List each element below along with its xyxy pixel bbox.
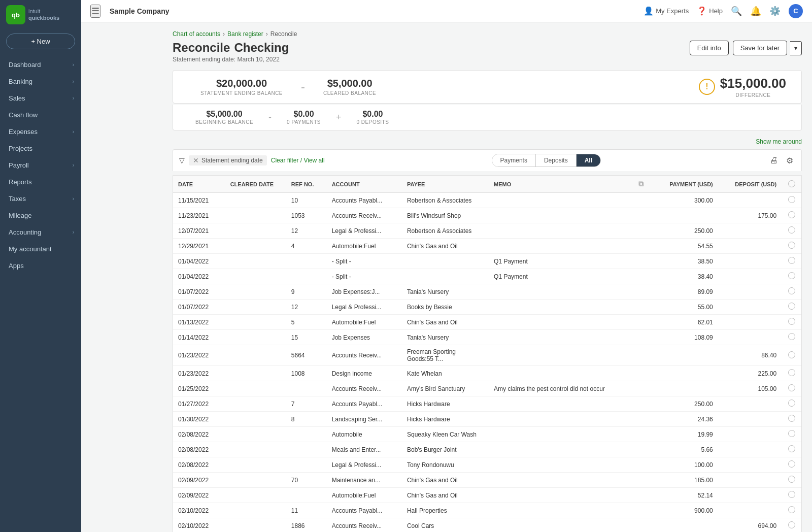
gear-icon[interactable]: ⚙️ bbox=[769, 6, 781, 17]
sidebar-item-apps[interactable]: Apps bbox=[0, 257, 81, 274]
tab-all[interactable]: All bbox=[577, 154, 600, 167]
row-radio-btn[interactable] bbox=[788, 384, 795, 391]
row-radio-btn[interactable] bbox=[788, 400, 795, 407]
cell-radio[interactable] bbox=[782, 193, 801, 208]
cell-radio[interactable] bbox=[782, 457, 801, 473]
cell-radio[interactable] bbox=[782, 488, 801, 503]
row-radio-btn[interactable] bbox=[788, 303, 795, 310]
sidebar-item-expenses[interactable]: Expenses › bbox=[0, 123, 81, 140]
table-row[interactable]: 01/13/2022 5 Automobile:Fuel Chin's Gas … bbox=[173, 315, 801, 330]
show-around-link[interactable]: Show me around bbox=[756, 138, 802, 145]
row-radio-btn[interactable] bbox=[788, 476, 795, 483]
sidebar-item-taxes[interactable]: Taxes › bbox=[0, 190, 81, 207]
row-radio-btn[interactable] bbox=[788, 257, 795, 264]
table-row[interactable]: 02/09/2022 70 Maintenance an... Chin's G… bbox=[173, 473, 801, 488]
save-for-later-button[interactable]: Save for later bbox=[733, 41, 787, 55]
cell-radio[interactable] bbox=[782, 503, 801, 518]
row-radio-btn[interactable] bbox=[788, 226, 795, 234]
cell-radio[interactable] bbox=[782, 208, 801, 223]
cell-radio[interactable] bbox=[782, 223, 801, 239]
bell-icon[interactable]: 🔔 bbox=[750, 6, 761, 17]
row-radio-btn[interactable] bbox=[788, 415, 795, 422]
table-row[interactable]: 02/10/2022 1886 Accounts Receiv... Cool … bbox=[173, 518, 801, 533]
table-row[interactable]: 01/27/2022 7 Accounts Payabl... Hicks Ha… bbox=[173, 396, 801, 412]
table-row[interactable]: 01/30/2022 8 Landscaping Ser... Hicks Ha… bbox=[173, 412, 801, 427]
cell-radio[interactable] bbox=[782, 518, 801, 533]
save-dropdown-button[interactable]: ▾ bbox=[790, 41, 802, 55]
settings-icon[interactable]: ⚙ bbox=[784, 155, 795, 167]
table-row[interactable]: 01/07/2022 12 Legal & Professi... Books … bbox=[173, 300, 801, 315]
search-icon[interactable]: 🔍 bbox=[731, 6, 742, 17]
cell-radio[interactable] bbox=[782, 239, 801, 254]
cell-radio[interactable] bbox=[782, 345, 801, 366]
table-row[interactable]: 02/08/2022 Automobile Squeaky Kleen Car … bbox=[173, 427, 801, 442]
row-radio-btn[interactable] bbox=[788, 521, 795, 528]
sidebar-item-payroll[interactable]: Payroll › bbox=[0, 157, 81, 174]
table-row[interactable]: 01/25/2022 Accounts Receiv... Amy's Bird… bbox=[173, 381, 801, 396]
table-row[interactable]: 02/09/2022 Automobile:Fuel Chin's Gas an… bbox=[173, 488, 801, 503]
row-radio-btn[interactable] bbox=[788, 445, 795, 452]
tab-deposits[interactable]: Deposits bbox=[536, 154, 577, 167]
select-all-radio[interactable] bbox=[788, 180, 795, 187]
cell-radio[interactable] bbox=[782, 300, 801, 315]
table-row[interactable]: 01/23/2022 1008 Design income Kate Whela… bbox=[173, 366, 801, 381]
avatar[interactable]: C bbox=[789, 4, 803, 18]
row-radio-btn[interactable] bbox=[788, 318, 795, 325]
filter-icon[interactable]: ▽ bbox=[179, 156, 185, 164]
sidebar-item-cashflow[interactable]: Cash flow bbox=[0, 107, 81, 123]
breadcrumb-bank-register[interactable]: Bank register bbox=[227, 30, 263, 38]
cell-radio[interactable] bbox=[782, 315, 801, 330]
row-radio-btn[interactable] bbox=[788, 242, 795, 249]
table-row[interactable]: 01/04/2022 - Split - Q1 Payment 38.40 bbox=[173, 269, 801, 284]
row-radio-btn[interactable] bbox=[788, 430, 795, 437]
sidebar-item-sales[interactable]: Sales › bbox=[0, 90, 81, 107]
cell-radio[interactable] bbox=[782, 396, 801, 412]
sidebar-item-my-accountant[interactable]: My accountant bbox=[0, 241, 81, 257]
cell-radio[interactable] bbox=[782, 473, 801, 488]
sidebar-item-banking[interactable]: Banking › bbox=[0, 73, 81, 90]
table-row[interactable]: 01/14/2022 15 Job Expenses Tania's Nurse… bbox=[173, 330, 801, 345]
hamburger-button[interactable]: ☰ bbox=[90, 5, 100, 18]
cell-radio[interactable] bbox=[782, 330, 801, 345]
table-row[interactable]: 02/08/2022 Meals and Enter... Bob's Burg… bbox=[173, 442, 801, 457]
table-row[interactable]: 11/15/2021 10 Accounts Payabl... Roberts… bbox=[173, 193, 801, 208]
cell-radio[interactable] bbox=[782, 284, 801, 300]
row-radio-btn[interactable] bbox=[788, 196, 795, 203]
table-row[interactable]: 01/04/2022 - Split - Q1 Payment 38.50 bbox=[173, 254, 801, 269]
cell-radio[interactable] bbox=[782, 427, 801, 442]
row-radio-btn[interactable] bbox=[788, 491, 795, 498]
sidebar-item-mileage[interactable]: Mileage bbox=[0, 207, 81, 224]
tab-payments[interactable]: Payments bbox=[492, 154, 536, 167]
row-radio-btn[interactable] bbox=[788, 351, 795, 358]
row-radio-btn[interactable] bbox=[788, 460, 795, 468]
row-radio-btn[interactable] bbox=[788, 506, 795, 513]
cell-radio[interactable] bbox=[782, 442, 801, 457]
cell-radio[interactable] bbox=[782, 254, 801, 269]
table-row[interactable]: 01/07/2022 9 Job Expenses:J... Tania's N… bbox=[173, 284, 801, 300]
row-radio-btn[interactable] bbox=[788, 369, 795, 376]
breadcrumb-chart-of-accounts[interactable]: Chart of accounts bbox=[173, 30, 220, 38]
my-experts-button[interactable]: 👤 My Experts bbox=[644, 6, 689, 16]
cell-radio[interactable] bbox=[782, 412, 801, 427]
table-row[interactable]: 01/23/2022 5664 Accounts Receiv... Freem… bbox=[173, 345, 801, 366]
new-button[interactable]: + New bbox=[6, 34, 75, 49]
table-row[interactable]: 02/08/2022 Legal & Professi... Tony Rond… bbox=[173, 457, 801, 473]
row-radio-btn[interactable] bbox=[788, 333, 795, 340]
edit-info-button[interactable]: Edit info bbox=[690, 41, 729, 55]
table-row[interactable]: 12/07/2021 12 Legal & Professi... Robert… bbox=[173, 223, 801, 239]
sidebar-item-reports[interactable]: Reports bbox=[0, 174, 81, 190]
row-radio-btn[interactable] bbox=[788, 272, 795, 279]
row-radio-btn[interactable] bbox=[788, 211, 795, 218]
clear-filter-link[interactable]: Clear filter / View all bbox=[271, 157, 325, 164]
cell-radio[interactable] bbox=[782, 381, 801, 396]
sidebar-item-dashboard[interactable]: Dashboard › bbox=[0, 56, 81, 73]
filter-tag-close[interactable]: ✕ bbox=[193, 156, 199, 164]
sidebar-item-accounting[interactable]: Accounting › bbox=[0, 224, 81, 241]
cell-radio[interactable] bbox=[782, 269, 801, 284]
help-button[interactable]: ❓ Help bbox=[697, 6, 723, 16]
cell-radio[interactable] bbox=[782, 366, 801, 381]
table-row[interactable]: 02/10/2022 11 Accounts Payabl... Hall Pr… bbox=[173, 503, 801, 518]
print-icon[interactable]: 🖨 bbox=[768, 155, 780, 166]
sidebar-item-projects[interactable]: Projects bbox=[0, 140, 81, 157]
table-row[interactable]: 11/23/2021 1053 Accounts Receiv... Bill'… bbox=[173, 208, 801, 223]
